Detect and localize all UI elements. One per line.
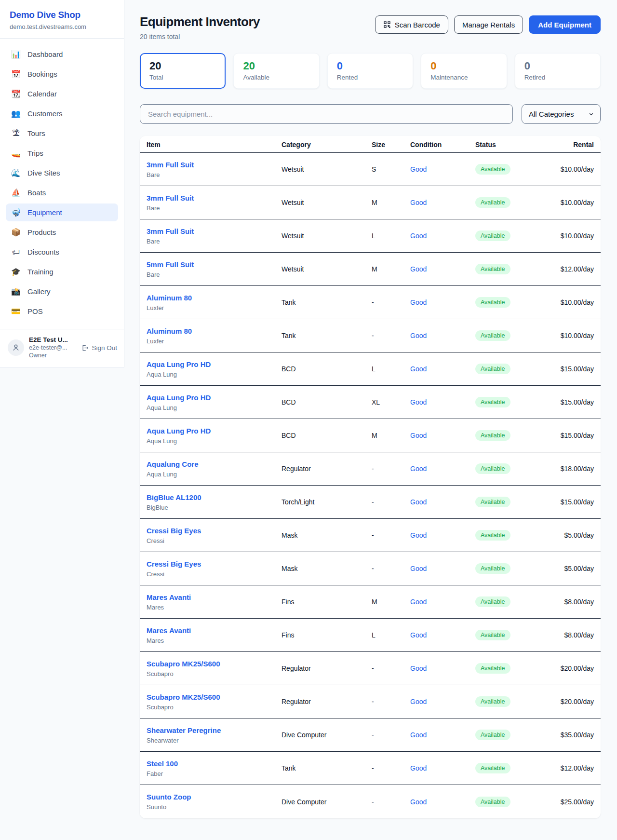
item-name-link[interactable]: Aqua Lung Pro HD: [147, 393, 282, 403]
item-brand: Scubapro: [147, 704, 282, 711]
condition-cell: Good: [410, 664, 475, 673]
table-row: Suunto Zoop Suunto Dive Computer - Good …: [140, 785, 601, 818]
category-cell: Mask: [282, 565, 372, 572]
condition-link[interactable]: Good: [410, 698, 427, 705]
item-name-link[interactable]: Scubapro MK25/S600: [147, 659, 282, 669]
condition-link[interactable]: Good: [410, 199, 427, 206]
item-name-link[interactable]: Aqualung Core: [147, 460, 282, 469]
rental-price: $15.00/day: [552, 365, 594, 373]
stat-card[interactable]: 0 Rented: [327, 53, 413, 89]
condition-cell: Good: [410, 265, 475, 273]
table-row: Shearwater Peregrine Shearwater Dive Com…: [140, 718, 601, 752]
user-email: e2e-tester@...: [29, 344, 68, 352]
item-name-link[interactable]: Mares Avanti: [147, 593, 282, 602]
item-name-link[interactable]: Scubapro MK25/S600: [147, 692, 282, 702]
sidebar-nav-item[interactable]: 📸 Gallery: [6, 283, 118, 300]
condition-link[interactable]: Good: [410, 531, 427, 539]
sidebar-nav-item[interactable]: 🏷 Discounts: [6, 243, 118, 261]
size-cell: -: [372, 565, 410, 572]
item-name-link[interactable]: BigBlue AL1200: [147, 493, 282, 502]
item-name-link[interactable]: Shearwater Peregrine: [147, 726, 282, 735]
category-cell: Wetsuit: [282, 265, 372, 273]
manage-rentals-button[interactable]: Manage Rentals: [454, 15, 523, 34]
stat-card[interactable]: 20 Available: [233, 53, 319, 89]
item-name-link[interactable]: Steel 100: [147, 759, 282, 769]
sign-out-button[interactable]: Sign Out: [81, 344, 117, 352]
sidebar-nav-item[interactable]: 💳 POS: [6, 302, 118, 320]
item-brand: Luxfer: [147, 304, 282, 312]
item-name-link[interactable]: Mares Avanti: [147, 626, 282, 636]
item-name-link[interactable]: Cressi Big Eyes: [147, 559, 282, 569]
scan-barcode-button[interactable]: Scan Barcode: [375, 15, 448, 34]
user-meta: E2E Test U... e2e-tester@... Owner: [29, 336, 68, 359]
condition-link[interactable]: Good: [410, 165, 427, 173]
condition-link[interactable]: Good: [410, 664, 427, 672]
column-header-category: Category: [282, 141, 372, 149]
item-cell: BigBlue AL1200 BigBlue: [147, 493, 282, 512]
condition-link[interactable]: Good: [410, 432, 427, 439]
condition-link[interactable]: Good: [410, 298, 427, 306]
category-select[interactable]: All Categories: [522, 104, 601, 124]
nav-item-label: Products: [27, 228, 56, 236]
sidebar-nav-item[interactable]: 📆 Calendar: [6, 85, 118, 103]
condition-link[interactable]: Good: [410, 265, 427, 273]
category-cell: BCD: [282, 398, 372, 406]
item-name-link[interactable]: Aqua Lung Pro HD: [147, 360, 282, 369]
status-cell: Available: [475, 397, 552, 407]
stat-card[interactable]: 20 Total: [140, 53, 226, 89]
sidebar-nav-item[interactable]: ⛵ Boats: [6, 184, 118, 202]
condition-link[interactable]: Good: [410, 798, 427, 806]
item-name-link[interactable]: 3mm Full Suit: [147, 227, 282, 236]
item-name-link[interactable]: Aluminum 80: [147, 326, 282, 336]
status-cell: Available: [475, 297, 552, 308]
status-badge: Available: [475, 730, 510, 740]
sidebar-nav-item[interactable]: 🎓 Training: [6, 263, 118, 281]
sidebar-nav-item[interactable]: 📅 Bookings: [6, 65, 118, 83]
shop-name[interactable]: Demo Dive Shop: [10, 10, 114, 20]
category-cell: Dive Computer: [282, 798, 372, 806]
item-name-link[interactable]: 3mm Full Suit: [147, 193, 282, 203]
brand-block[interactable]: Demo Dive Shop demo.test.divestreams.com: [0, 0, 124, 38]
add-equipment-button[interactable]: Add Equipment: [529, 15, 601, 34]
rental-price: $10.00/day: [552, 199, 594, 206]
gallery-icon: 📸: [11, 288, 21, 296]
item-name-link[interactable]: Cressi Big Eyes: [147, 526, 282, 536]
equipment-table: Item Category Size Condition Status Rent…: [140, 136, 601, 818]
stat-card[interactable]: 0 Retired: [515, 53, 601, 89]
person-icon: [12, 343, 20, 352]
size-cell: -: [372, 531, 410, 539]
size-cell: M: [372, 265, 410, 273]
condition-link[interactable]: Good: [410, 232, 427, 240]
condition-link[interactable]: Good: [410, 764, 427, 772]
condition-link[interactable]: Good: [410, 598, 427, 606]
stat-card[interactable]: 0 Maintenance: [421, 53, 507, 89]
sidebar-nav-item[interactable]: 📦 Products: [6, 223, 118, 241]
rental-price: $5.00/day: [552, 565, 594, 572]
condition-link[interactable]: Good: [410, 332, 427, 339]
search-input[interactable]: [140, 104, 513, 124]
sidebar-nav-item[interactable]: 📊 Dashboard: [6, 45, 118, 63]
condition-link[interactable]: Good: [410, 498, 427, 506]
item-name-link[interactable]: Aluminum 80: [147, 293, 282, 303]
item-cell: Aluminum 80 Luxfer: [147, 326, 282, 345]
sidebar-nav-item[interactable]: 🌊 Dive Sites: [6, 164, 118, 182]
sidebar-nav-item[interactable]: 🏝 Tours: [6, 124, 118, 142]
chevron-down-icon: [588, 111, 594, 117]
sidebar-nav-item[interactable]: 🚤 Trips: [6, 144, 118, 162]
condition-link[interactable]: Good: [410, 365, 427, 373]
status-cell: Available: [475, 430, 552, 441]
item-name-link[interactable]: Suunto Zoop: [147, 792, 282, 802]
column-header-status: Status: [475, 141, 552, 149]
sidebar-nav-item[interactable]: 🤿 Equipment: [6, 203, 118, 221]
condition-link[interactable]: Good: [410, 398, 427, 406]
item-name-link[interactable]: 5mm Full Suit: [147, 260, 282, 270]
item-name-link[interactable]: Aqua Lung Pro HD: [147, 426, 282, 436]
table-row: 3mm Full Suit Bare Wetsuit M Good Availa…: [140, 186, 601, 219]
condition-link[interactable]: Good: [410, 631, 427, 639]
condition-link[interactable]: Good: [410, 731, 427, 739]
status-cell: Available: [475, 797, 552, 807]
condition-link[interactable]: Good: [410, 565, 427, 572]
sidebar-nav-item[interactable]: 👥 Customers: [6, 105, 118, 122]
condition-link[interactable]: Good: [410, 465, 427, 473]
item-name-link[interactable]: 3mm Full Suit: [147, 160, 282, 170]
